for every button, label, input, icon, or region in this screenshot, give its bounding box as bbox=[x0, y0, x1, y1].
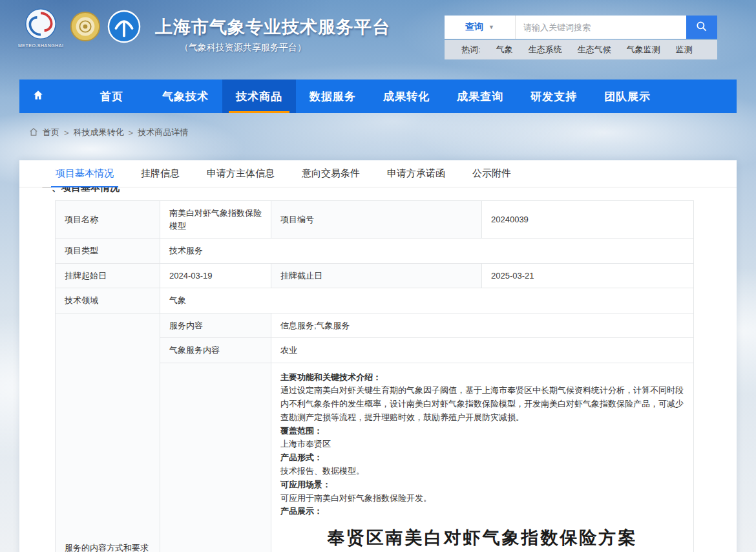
logo-meteo-shanghai[interactable]: METEO.SHANGHAI bbox=[18, 8, 63, 48]
table-row: 服务的内容方式和要求 服务内容 信息服务;气象服务 bbox=[56, 313, 694, 338]
nav-items: 首页 气象技术 技术商品 数据服务 成果转化 成果查询 研发支持 团队展示 bbox=[75, 80, 664, 113]
tab-commitment-letter[interactable]: 申请方承诺函 bbox=[373, 160, 459, 187]
hotword-weather-monitor[interactable]: 气象监测 bbox=[627, 44, 660, 56]
nav-item-rd-support[interactable]: 研发支持 bbox=[517, 80, 591, 113]
hotword-eco-climate[interactable]: 生态气候 bbox=[578, 44, 611, 56]
logo-platform-emblem bbox=[107, 10, 141, 46]
logo-caption: METEO.SHANGHAI bbox=[18, 43, 63, 48]
platform-emblem-icon bbox=[107, 10, 141, 46]
breadcrumb-separator: > bbox=[64, 128, 69, 138]
search-bar: 查询 ▼ bbox=[445, 16, 717, 39]
tab-public-attachments[interactable]: 公示附件 bbox=[459, 160, 525, 187]
tab-basic-info[interactable]: 项目基本情况 bbox=[42, 160, 127, 187]
search-icon bbox=[695, 20, 708, 35]
hotword-ecosystem[interactable]: 生态系统 bbox=[529, 44, 562, 56]
desc-heading-product-form: 产品形式： bbox=[280, 451, 684, 465]
nav-item-tech-products[interactable]: 技术商品 bbox=[222, 80, 296, 113]
section-title-clipped: 一、项目基本情况 bbox=[42, 187, 737, 195]
project-type-label: 项目类型 bbox=[56, 239, 160, 264]
title-block: 上海市气象专业技术服务平台 （气象科技资源共享服务平台） bbox=[155, 16, 390, 54]
search-area: 查询 ▼ 热词: 气象 生态系统 生态气候 气象监测 监测 bbox=[445, 16, 717, 59]
desc-text-product-form: 技术报告、数据模型。 bbox=[280, 465, 684, 478]
hotwords-bar: 热词: 气象 生态系统 生态气候 气象监测 监测 bbox=[445, 40, 717, 59]
breadcrumb-home-icon[interactable] bbox=[29, 127, 38, 138]
desc-text-coverage: 上海市奉贤区 bbox=[280, 438, 684, 451]
listing-start-value: 2024-03-19 bbox=[160, 263, 271, 288]
tech-field-label: 技术领域 bbox=[56, 288, 160, 313]
listing-end-label: 挂牌截止日 bbox=[271, 263, 482, 288]
listing-start-label: 挂牌起始日 bbox=[56, 263, 160, 288]
table-row: 技术领域 气象 bbox=[56, 288, 694, 313]
tab-listing-info[interactable]: 挂牌信息 bbox=[127, 160, 193, 187]
service-content-label: 服务内容 bbox=[160, 313, 271, 338]
breadcrumb-separator: > bbox=[129, 128, 134, 138]
desc-text-use-cases: 可应用于南美白对虾气象指数保险开发。 bbox=[280, 492, 684, 505]
main-nav: 首页 气象技术 技术商品 数据服务 成果转化 成果查询 研发支持 团队展示 bbox=[19, 80, 737, 113]
detail-tabs: 项目基本情况 挂牌信息 申请方主体信息 意向交易条件 申请方承诺函 公示附件 bbox=[19, 160, 737, 187]
typhoon-swirl-icon bbox=[25, 8, 57, 43]
gold-emblem-icon bbox=[70, 11, 101, 45]
desc-heading-functions: 主要功能和关键技术介绍： bbox=[280, 371, 684, 385]
search-button[interactable] bbox=[686, 16, 717, 39]
tech-field-value: 气象 bbox=[160, 288, 694, 313]
nav-item-team[interactable]: 团队展示 bbox=[591, 80, 664, 113]
breadcrumb-transform[interactable]: 科技成果转化 bbox=[74, 127, 124, 138]
project-name-label: 项目名称 bbox=[56, 201, 160, 239]
desc-text-functions: 通过设定南美白对虾关键生育期的气象因子阈值，基于上海市奉贤区中长期气候资料统计分… bbox=[280, 384, 684, 424]
search-category-select[interactable]: 查询 ▼ bbox=[445, 16, 516, 39]
table-row: 项目名称 南美白对虾气象指数保险模型 项目编号 20240039 bbox=[56, 201, 694, 239]
detail-card: 项目基本情况 挂牌信息 申请方主体信息 意向交易条件 申请方承诺函 公示附件 一… bbox=[19, 160, 737, 552]
breadcrumb-current: 技术商品详情 bbox=[138, 127, 188, 138]
service-group-label: 服务的内容方式和要求 bbox=[56, 313, 160, 552]
table-row: 项目类型 技术服务 bbox=[56, 239, 694, 264]
tab-trade-conditions[interactable]: 意向交易条件 bbox=[288, 160, 373, 187]
project-type-value: 技术服务 bbox=[160, 239, 694, 264]
listing-end-value: 2025-03-21 bbox=[482, 263, 694, 288]
service-description-cell: 主要功能和关键技术介绍： 通过设定南美白对虾关键生育期的气象因子阈值，基于上海市… bbox=[271, 363, 694, 552]
search-input[interactable] bbox=[516, 16, 686, 39]
nav-item-home[interactable]: 首页 bbox=[75, 80, 149, 113]
desc-heading-coverage: 覆盖范围： bbox=[280, 425, 684, 438]
project-info-table: 项目名称 南美白对虾气象指数保险模型 项目编号 20240039 项目类型 技术… bbox=[55, 200, 694, 552]
hotwords-label: 热词: bbox=[461, 44, 481, 56]
project-name-value: 南美白对虾气象指数保险模型 bbox=[160, 201, 271, 239]
empty-cell bbox=[160, 363, 271, 552]
service-content-value: 信息服务;气象服务 bbox=[271, 313, 694, 338]
project-no-value: 20240039 bbox=[482, 201, 694, 239]
product-image-title: 奉贤区南美白对虾气象指数保险方案 bbox=[280, 525, 684, 551]
table-row: 挂牌起始日 2024-03-19 挂牌截止日 2025-03-21 bbox=[56, 263, 694, 288]
desc-heading-use-cases: 可应用场景： bbox=[280, 478, 684, 492]
chevron-down-icon: ▼ bbox=[488, 24, 494, 30]
home-icon bbox=[32, 89, 44, 103]
nav-item-achievement-transform[interactable]: 成果转化 bbox=[370, 80, 443, 113]
tab-applicant-info[interactable]: 申请方主体信息 bbox=[193, 160, 288, 187]
page: METEO.SHANGHAI bbox=[0, 0, 756, 552]
section-title: 一、项目基本情况 bbox=[42, 187, 737, 194]
weather-service-value: 农业 bbox=[271, 338, 694, 363]
logo-group: METEO.SHANGHAI bbox=[18, 8, 141, 48]
site-subtitle: （气象科技资源共享服务平台） bbox=[155, 42, 390, 54]
breadcrumb: 首页 > 科技成果转化 > 技术商品详情 bbox=[29, 127, 188, 138]
project-no-label: 项目编号 bbox=[271, 201, 482, 239]
weather-service-label: 气象服务内容 bbox=[160, 338, 271, 363]
site-title: 上海市气象专业技术服务平台 bbox=[155, 16, 390, 39]
search-category-label: 查询 bbox=[465, 21, 483, 33]
nav-home-button[interactable] bbox=[19, 80, 57, 113]
desc-heading-product-display: 产品展示： bbox=[280, 505, 684, 518]
nav-item-weather-tech[interactable]: 气象技术 bbox=[149, 80, 222, 113]
nav-item-data-services[interactable]: 数据服务 bbox=[296, 80, 370, 113]
hotword-monitor[interactable]: 监测 bbox=[676, 44, 693, 56]
hotword-weather[interactable]: 气象 bbox=[496, 44, 513, 56]
logo-gold-emblem bbox=[70, 11, 101, 45]
nav-item-achievement-search[interactable]: 成果查询 bbox=[443, 80, 517, 113]
breadcrumb-home[interactable]: 首页 bbox=[43, 127, 59, 138]
